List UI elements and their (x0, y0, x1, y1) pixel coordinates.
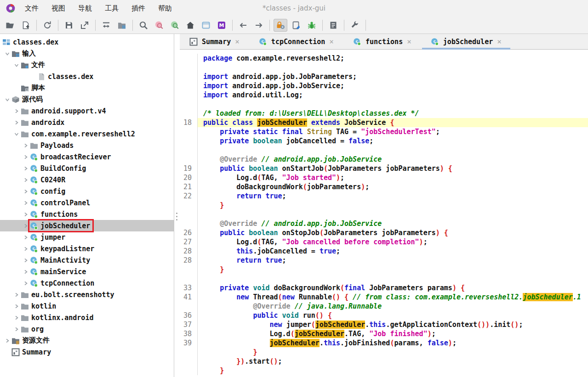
chevron-right-icon[interactable] (13, 291, 20, 298)
line-number (180, 348, 198, 357)
reload-button[interactable] (40, 19, 54, 32)
code-area[interactable]: package com.example.reverseshell2;import… (180, 50, 588, 377)
chevron-right-icon[interactable] (22, 199, 29, 207)
chevron-spacer (29, 73, 37, 80)
chevron-down-icon[interactable] (4, 50, 11, 57)
tree-item-com-example-reverseshell2[interactable]: com.example.reverseshell2 (0, 128, 174, 140)
reload-icon (43, 21, 52, 30)
line-number (180, 146, 198, 155)
tree-item-android-support-v4[interactable]: android.support.v4 (0, 105, 174, 117)
tree-item-androidx[interactable]: androidx (0, 117, 174, 128)
tree-item-eu-bolt-screenshotty[interactable]: eu.bolt.screenshotty (0, 289, 174, 300)
tree-item-jumper[interactable]: cjumper (0, 231, 174, 243)
tree-item-label: 脚本 (31, 84, 45, 92)
menu-navigation[interactable]: 导航 (72, 0, 98, 17)
chevron-right-icon[interactable] (22, 211, 29, 218)
close-icon[interactable]: × (407, 38, 411, 45)
chevron-right-icon[interactable] (22, 142, 29, 149)
tree-item-scripts[interactable]: 脚本 (0, 82, 174, 94)
chevron-right-icon[interactable] (13, 107, 20, 115)
tree-item-kotlinx-android[interactable]: kotlinx.android (0, 312, 174, 323)
chevron-right-icon[interactable] (22, 268, 29, 276)
close-icon[interactable]: × (497, 38, 502, 45)
debug-button[interactable] (305, 19, 319, 32)
chevron-right-icon[interactable] (22, 280, 29, 287)
search-button[interactable] (137, 19, 150, 32)
line-number: 28 (180, 247, 198, 256)
open-file-button[interactable] (3, 19, 17, 32)
code-text (198, 100, 588, 109)
tree-item-summary[interactable]: Summary (0, 346, 174, 358)
chevron-right-icon[interactable] (13, 326, 20, 333)
main-activity-home-button[interactable] (183, 19, 197, 32)
tree-item-jobscheduler[interactable]: cjobScheduler (0, 220, 174, 231)
chevron-right-icon[interactable] (22, 234, 29, 241)
menu-plugins[interactable]: 插件 (125, 0, 152, 17)
tree-item-broadcastreciever[interactable]: cbroadcastReciever (0, 151, 174, 163)
chevron-right-icon[interactable] (22, 153, 29, 161)
tree-item-payloads[interactable]: Payloads (0, 140, 174, 151)
tree-item-kotlin[interactable]: kotlin (0, 300, 174, 312)
tree-item-org[interactable]: org (0, 323, 174, 335)
chevron-down-icon[interactable] (13, 62, 20, 69)
chevron-right-icon[interactable] (22, 245, 29, 253)
script-edit-button[interactable] (289, 19, 303, 32)
chevron-down-icon[interactable] (4, 96, 11, 103)
tree-item-box: cconfig (29, 186, 68, 197)
panel-splitter[interactable] (174, 34, 180, 377)
project-tree-panel[interactable]: classes.dex输入文件classes.dex脚本源代码android.s… (0, 34, 174, 377)
tree-item-keypadlistner[interactable]: ckeypadListner (0, 243, 174, 254)
close-icon[interactable]: × (329, 38, 334, 45)
chevron-right-icon[interactable] (13, 303, 20, 310)
chevron-right-icon[interactable] (22, 165, 29, 172)
chevron-right-icon[interactable] (13, 314, 20, 321)
tree-item-config[interactable]: cconfig (0, 186, 174, 197)
packages-view-button[interactable] (115, 19, 129, 32)
export-button[interactable] (78, 19, 91, 32)
code-line: 41 new Thread(new Runnable() { // from c… (180, 293, 588, 302)
close-icon[interactable]: × (235, 38, 240, 45)
text-search-button[interactable] (152, 19, 166, 32)
memory-badge-button[interactable]: M (215, 19, 228, 32)
menu-tools[interactable]: 工具 (98, 0, 125, 17)
chevron-right-icon[interactable] (22, 257, 29, 264)
tree-item-mainactivity[interactable]: cMainActivity (0, 254, 174, 266)
chevron-right-icon[interactable] (22, 188, 29, 195)
chevron-right-icon[interactable] (13, 119, 20, 126)
menu-help[interactable]: 帮助 (152, 0, 178, 17)
save-all-button[interactable] (62, 19, 76, 32)
add-files-button[interactable] (19, 19, 33, 32)
tree-item-resources[interactable]: 资源文件 (0, 335, 174, 346)
tree-item-classes-dex-file[interactable]: classes.dex (0, 71, 174, 82)
open-frame-button[interactable] (199, 19, 213, 32)
line-number: 28 (180, 256, 198, 265)
tree-item-files[interactable]: 文件 (0, 59, 174, 71)
chevron-right-icon[interactable] (22, 176, 29, 184)
forward-button[interactable] (252, 19, 266, 32)
tree-item-classes-dex-root[interactable]: classes.dex (0, 36, 174, 48)
deobfuscation-button[interactable] (274, 19, 287, 32)
tree-item-buildconfig[interactable]: cBuildConfig (0, 163, 174, 174)
tab-tcpconnection[interactable]: ctcpConnection× (249, 34, 343, 49)
class-search-button[interactable] (168, 19, 182, 32)
tab-functions[interactable]: cfunctions× (343, 34, 421, 49)
preferences-button[interactable] (348, 19, 362, 32)
tree-item-functions[interactable]: cfunctions (0, 208, 174, 220)
tab-jobscheduler[interactable]: cjobScheduler× (421, 34, 511, 49)
tree-item-tcpconnection[interactable]: ctcpConnection (0, 277, 174, 289)
chevron-right-icon[interactable] (4, 337, 11, 344)
log-viewer-button[interactable] (326, 19, 340, 32)
menu-file[interactable]: 文件 (18, 0, 45, 17)
tree-item-c0240r[interactable]: cC0240R (0, 174, 174, 186)
tree-item-mainservice[interactable]: cmainService (0, 266, 174, 277)
chevron-right-icon[interactable] (22, 222, 29, 230)
back-button[interactable] (236, 19, 250, 32)
chevron-down-icon[interactable] (13, 130, 20, 138)
fit-width-button[interactable] (99, 19, 113, 32)
tree-item-label: config (40, 187, 65, 196)
tree-item-source-code[interactable]: 源代码 (0, 94, 174, 105)
tree-item-input[interactable]: 输入 (0, 48, 174, 59)
menu-view[interactable]: 视图 (45, 0, 72, 17)
tab-summary[interactable]: Summary× (180, 34, 249, 49)
tree-item-controlpanel[interactable]: ccontrolPanel (0, 197, 174, 208)
